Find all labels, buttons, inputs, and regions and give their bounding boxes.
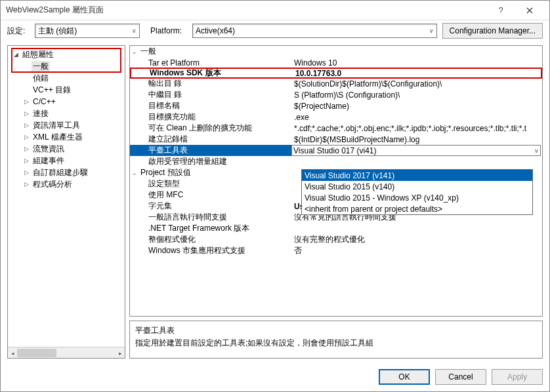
apply-button[interactable]: Apply bbox=[492, 369, 543, 385]
tree-label: 組態屬性 bbox=[21, 49, 55, 60]
tree-item[interactable]: ▷自訂群組建步驟 bbox=[8, 167, 125, 178]
tree-item[interactable]: 偵錯 bbox=[8, 72, 125, 84]
tree-item[interactable]: ▷C/C++ bbox=[8, 96, 125, 108]
value-combo[interactable]: Visual Studio 017 (vi41)∨ bbox=[291, 145, 541, 156]
tree-label: 程式碼分析 bbox=[32, 179, 74, 190]
tree-item[interactable]: ▷XML 檔產生器 bbox=[8, 131, 125, 143]
description-text: 指定用於建置目前設定的工具表;如果沒有設定，則會使用預設工具組 bbox=[135, 338, 537, 349]
toolset-dropdown[interactable]: Visual Studio 2017 (v141)Visual Studio 2… bbox=[301, 169, 533, 215]
property-row[interactable]: Windows 市集應用程式支援否 bbox=[130, 245, 542, 256]
property-value: .exe bbox=[291, 113, 542, 122]
expand-icon: ▷ bbox=[22, 98, 30, 105]
dropdown-option[interactable]: Visual Studio 2015 - Windows XP (v140_xp… bbox=[302, 192, 532, 203]
property-key: 輸出目 錄 bbox=[139, 78, 291, 89]
property-key: 目標名稱 bbox=[139, 100, 291, 111]
property-key: 平臺工具表 bbox=[139, 145, 291, 156]
tree-label: 資訊清單工具 bbox=[32, 120, 81, 131]
property-row[interactable]: 輸出目 錄$(SolutionDir)$(Platform)\$(Configu… bbox=[130, 78, 542, 89]
tree-label: VC++ 目錄 bbox=[32, 85, 72, 96]
chevron-down-icon: ∨ bbox=[534, 147, 539, 154]
tree-label: 組建事件 bbox=[32, 155, 66, 167]
tree-item[interactable]: 一般 bbox=[8, 60, 125, 72]
tree-item[interactable]: ▷流覽資訊 bbox=[8, 143, 125, 155]
scroll-thumb[interactable] bbox=[17, 349, 56, 357]
expand-icon: ▷ bbox=[22, 134, 30, 140]
expand-icon: ▷ bbox=[22, 181, 30, 187]
property-key: 啟用受管理的增量組建 bbox=[139, 156, 291, 167]
tree-item[interactable]: ◢組態屬性 bbox=[8, 49, 125, 60]
expand-icon: ▷ bbox=[22, 146, 30, 152]
platform-label: Platform: bbox=[150, 26, 187, 35]
platform-combo[interactable]: Active(x64) ∨ bbox=[192, 24, 437, 38]
dialog-footer: OK Cancel Apply bbox=[1, 363, 549, 391]
main-panel: ◢組態屬性一般偵錯VC++ 目錄▷C/C++▷連接▷資訊清單工具▷XML 檔產生… bbox=[1, 41, 549, 363]
setting-combo[interactable]: 主動 (偵錯) ∨ bbox=[35, 24, 140, 38]
dropdown-option[interactable]: Visual Studio 2015 (v140) bbox=[302, 181, 532, 192]
tree-item[interactable]: ▷程式碼分析 bbox=[8, 178, 125, 190]
close-button[interactable] bbox=[515, 1, 544, 20]
dropdown-option[interactable]: Visual Studio 2017 (v141) bbox=[302, 170, 532, 181]
property-row[interactable]: 目標名稱$(ProjectName) bbox=[130, 100, 542, 111]
property-row[interactable]: 目標擴充功能.exe bbox=[130, 111, 542, 123]
setting-label: 設定: bbox=[7, 26, 30, 37]
tree-label: 流覽資訊 bbox=[32, 144, 66, 155]
property-row[interactable]: 啟用受管理的增量組建 bbox=[130, 156, 542, 167]
tree-item[interactable]: ▷連接 bbox=[8, 108, 125, 119]
property-value: $(SolutionDir)$(Platform)\$(Configuratio… bbox=[291, 79, 542, 88]
property-value: Windows 10 bbox=[291, 58, 542, 68]
property-row[interactable]: .NET Target Framework 版本 bbox=[130, 223, 542, 234]
window-title: WebView2Sample 屬性頁面 bbox=[6, 5, 486, 16]
ok-button[interactable]: OK bbox=[379, 369, 430, 385]
close-icon bbox=[526, 7, 533, 14]
title-bar: WebView2Sample 屬性頁面 ? bbox=[1, 1, 549, 20]
property-value: 10.0.17763.0 bbox=[293, 69, 541, 78]
tree-horizontal-scrollbar[interactable]: ◂ ▸ bbox=[8, 347, 125, 358]
tree-item[interactable]: ▷資訊清單工具 bbox=[8, 119, 125, 131]
property-row[interactable]: Tar et PlatformWindows 10 bbox=[130, 57, 542, 68]
property-row[interactable]: 平臺工具表Visual Studio 017 (vi41)∨ bbox=[130, 145, 541, 156]
chevron-down-icon: ∨ bbox=[132, 28, 137, 34]
dropdown-option[interactable]: <inherit from parent or project defaults… bbox=[302, 203, 532, 214]
expand-icon: ▷ bbox=[22, 157, 30, 164]
property-panel: ⌄一般Tar et PlatformWindows 10Windows SDK … bbox=[129, 45, 543, 359]
platform-value: Active(x64) bbox=[196, 26, 235, 35]
property-row[interactable]: Windows SDK 版本10.0.17763.0 bbox=[130, 68, 542, 79]
property-key: 一般語言執行時間支援 bbox=[139, 212, 291, 223]
property-row[interactable]: 建立記錄檔$(IntDir)$(MSBuildProjectName).log bbox=[130, 134, 542, 145]
chevron-down-icon: ∨ bbox=[429, 28, 434, 34]
property-key: 設定類型 bbox=[139, 178, 291, 189]
property-value: *.cdf;*.cache;*.obj;*.obj.enc;*.ilk;*.ip… bbox=[291, 124, 542, 133]
tree-label: 自訂群組建步驟 bbox=[32, 167, 89, 178]
property-row[interactable]: 可在 Clean 上刪除的擴充功能*.cdf;*.cache;*.obj;*.o… bbox=[130, 123, 542, 134]
config-tree: ◢組態屬性一般偵錯VC++ 目錄▷C/C++▷連接▷資訊清單工具▷XML 檔產生… bbox=[7, 45, 125, 359]
property-row[interactable]: 整個程式優化沒有完整的程式優化 bbox=[130, 234, 542, 245]
description-title: 平臺工具表 bbox=[135, 325, 537, 336]
tree-item[interactable]: ▷組建事件 bbox=[8, 155, 125, 167]
property-key: 中繼目 錄 bbox=[139, 89, 291, 100]
expand-icon: ▷ bbox=[22, 110, 30, 117]
tree-item[interactable]: VC++ 目錄 bbox=[8, 84, 125, 96]
property-row[interactable]: 中繼目 錄S (Platform)\S (Configuration)\ bbox=[130, 89, 542, 100]
collapse-icon: ⌄ bbox=[130, 170, 139, 176]
expand-icon: ▷ bbox=[22, 122, 30, 128]
property-key: 整個程式優化 bbox=[139, 234, 291, 245]
scroll-left-icon[interactable]: ◂ bbox=[8, 347, 17, 359]
config-manager-button[interactable]: Configuration Manager... bbox=[442, 23, 543, 39]
description-box: 平臺工具表 指定用於建置目前設定的工具表;如果沒有設定，則會使用預設工具組 bbox=[129, 321, 543, 359]
help-button[interactable]: ? bbox=[486, 1, 515, 20]
property-key: Windows SDK 版本 bbox=[140, 68, 293, 79]
section-label: Project 預設值 bbox=[139, 167, 299, 178]
tree-label: 偵錯 bbox=[32, 73, 50, 84]
grid-section-header[interactable]: ⌄一般 bbox=[130, 46, 542, 57]
property-key: 使用 MFC bbox=[139, 189, 291, 201]
expand-icon: ▷ bbox=[22, 169, 30, 176]
property-value: $(IntDir)$(MSBuildProjectName).log bbox=[291, 135, 542, 144]
property-value: 沒有完整的程式優化 bbox=[291, 234, 542, 245]
scroll-right-icon[interactable]: ▸ bbox=[116, 347, 125, 359]
property-value: 否 bbox=[291, 245, 542, 256]
expand-icon: ◢ bbox=[12, 51, 20, 58]
cancel-button[interactable]: Cancel bbox=[435, 369, 486, 385]
value-text: Visual Studio 017 (vi41) bbox=[293, 146, 377, 155]
tree-label: C/C++ bbox=[32, 97, 57, 106]
property-key: 字元集 bbox=[139, 201, 291, 212]
